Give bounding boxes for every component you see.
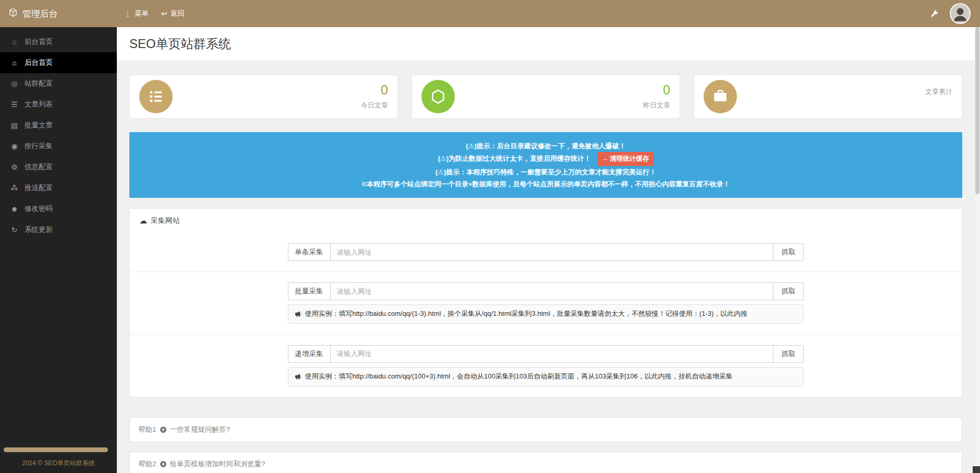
sidebar-item-label: 前台首页	[25, 37, 53, 46]
page-scrollbar[interactable]	[975, 27, 980, 473]
stat-value: 0	[663, 83, 670, 97]
clear-cache-label: 清理统计缓存	[610, 153, 649, 165]
sidebar-item-push-config[interactable]: ⁂ 推送配置	[0, 178, 117, 198]
sidebar-item-label: 文章列表	[25, 100, 53, 109]
sidebar-nav: ⌂ 前台首页 ⌂ 后台首页 ◎ 站群配置 ☰ 文章列表 ▤ 批量文章 ◉ 按行采…	[0, 27, 117, 240]
help-panel-1[interactable]: 帮助1 一些常规疑问解答?	[129, 417, 962, 442]
cube-icon	[8, 8, 18, 20]
megaphone-icon	[295, 311, 301, 317]
sidebar-scrollbar-thumb[interactable]	[4, 447, 108, 452]
sidebar-item-label: 站群配置	[25, 79, 53, 88]
wrench-icon[interactable]	[930, 10, 938, 18]
briefcase-icon	[704, 80, 737, 113]
topbar-nav: ⋮ 菜单 ↩ 返回	[124, 9, 185, 18]
home-icon: ⌂	[10, 38, 19, 46]
notice-line-4: ©本程序可多个站点绑定同一个目录+数据库使用，且每个站点所展示的单页内容都不一样…	[140, 178, 952, 190]
topbar: 管理后台 ⋮ 菜单 ↩ 返回	[0, 0, 980, 27]
increment-collect-grab-button[interactable]: 抓取	[773, 345, 804, 363]
circle-arrow-icon	[160, 460, 167, 468]
notice-line-3: (⚠)提示：本程序技巧特殊，一般需要至少上万的文章才能支撑完美运行！	[140, 166, 952, 178]
brand-title: 管理后台	[22, 8, 58, 20]
sidebar-item-article-list[interactable]: ☰ 文章列表	[0, 94, 117, 115]
stat-value: 0	[381, 83, 388, 97]
batch-collect-grab-button[interactable]: 抓取	[773, 282, 804, 300]
increment-collect-note-text: 使用实例：填写http://baidu.com/qq/(100+3).html，…	[305, 372, 733, 382]
help-2-prefix: 帮助2	[138, 459, 156, 469]
notice-line-2-text: (⚠)为防止数据过大统计太卡，直接启用缓存统计！	[438, 155, 591, 162]
sidebar-item-label: 信息配置	[25, 162, 53, 172]
stat-label: 文章累计	[925, 87, 952, 97]
topbar-right	[930, 3, 980, 24]
list-icon: ☰	[10, 100, 19, 109]
sidebar-item-line-collect[interactable]: ◉ 按行采集	[0, 136, 117, 157]
stat-label: 今日文章	[361, 101, 388, 110]
single-collect-group: 单条采集 抓取	[288, 243, 804, 261]
increment-collect-input[interactable]	[330, 345, 774, 363]
sidebar-item-label: 后台首页	[25, 58, 53, 67]
stat-cards: 0 今日文章 0 昨日文章 文章累计	[129, 75, 962, 119]
sidebar-item-backend-home[interactable]: ⌂ 后台首页	[0, 52, 117, 73]
batch-collect-group: 批量采集 抓取	[288, 282, 804, 300]
page-title: SEO单页站群系统	[129, 36, 231, 52]
gear-icon: ⚙	[10, 163, 19, 171]
content: 0 今日文章 0 昨日文章 文章累计	[117, 75, 975, 473]
sidebar-item-info-config[interactable]: ⚙ 信息配置	[0, 157, 117, 178]
stat-card-yesterday: 0 昨日文章	[412, 75, 680, 119]
circle-arrow-icon	[160, 426, 167, 433]
sidebar-item-system-update[interactable]: ↻ 系统更新	[0, 219, 117, 240]
page-scrollbar-corner	[973, 466, 980, 473]
batch-collect-note-text: 使用实例：填写http://baidu.com/qq/(1-3).html，挨个…	[305, 309, 748, 319]
single-collect-grab-button[interactable]: 抓取	[773, 243, 804, 261]
collect-panel-title: 采集网站	[151, 216, 180, 226]
batch-collect-note: 使用实例：填写http://baidu.com/qq/(1-3).html，挨个…	[288, 304, 804, 324]
increment-collect-group: 递增采集 抓取	[288, 345, 804, 363]
increment-collect-note: 使用实例：填写http://baidu.com/qq/(100+3).html，…	[288, 367, 804, 386]
back-arrow-icon: ↩	[161, 9, 167, 18]
help-2-text: 给单页模板增加时间和浏览量?	[170, 459, 265, 469]
single-collect-input[interactable]	[330, 243, 774, 261]
stat-values: 0 今日文章	[361, 75, 388, 118]
sidebar-item-frontend-home[interactable]: ⌂ 前台首页	[0, 31, 117, 52]
collect-panel-header: ☁ 采集网站	[130, 209, 962, 233]
help-panel-2[interactable]: 帮助2 给单页模板增加时间和浏览量?	[129, 452, 962, 473]
sidebar-item-change-password[interactable]: ☻ 修改密码	[0, 198, 117, 219]
menu-toggle-button[interactable]: ⋮ 菜单	[124, 9, 149, 18]
brand[interactable]: 管理后台	[0, 8, 117, 20]
sidebar-item-batch-articles[interactable]: ▤ 批量文章	[0, 115, 117, 136]
clear-cache-button[interactable]: → 清理统计缓存	[597, 152, 654, 166]
increment-collect-label: 递增采集	[288, 345, 330, 363]
crosshair-icon: ◉	[10, 142, 19, 150]
sidebar-item-site-config[interactable]: ◎ 站群配置	[0, 73, 117, 94]
sidebar-item-label: 按行采集	[25, 141, 53, 151]
hexagon-icon	[421, 80, 455, 113]
back-label: 返回	[171, 9, 185, 18]
list-ol-icon	[139, 80, 173, 113]
notice-banner: (⚠)提示：后台目录建议修改一下，避免被他人爆破！ (⚠)为防止数据过大统计太卡…	[129, 132, 962, 198]
avatar[interactable]	[950, 3, 971, 24]
ellipsis-icon: ⋮	[124, 9, 131, 18]
users-icon: ⁂	[10, 184, 19, 192]
book-icon: ▤	[10, 121, 19, 129]
megaphone-icon	[295, 373, 301, 380]
stat-card-total: 文章累计	[694, 75, 962, 119]
stat-label: 昨日文章	[643, 101, 670, 110]
stat-values: 文章累计	[925, 75, 952, 118]
batch-collect-label: 批量采集	[288, 282, 330, 300]
increment-collect-section: 递增采集 抓取 使用实例：填写http://baidu.com/qq/(100+…	[130, 334, 962, 397]
back-button[interactable]: ↩ 返回	[161, 9, 185, 18]
batch-collect-input[interactable]	[330, 282, 774, 300]
stat-values: 0 昨日文章	[643, 75, 670, 118]
single-collect-label: 单条采集	[288, 243, 330, 261]
stat-card-today: 0 今日文章	[129, 75, 398, 119]
cloud-icon: ☁	[139, 216, 147, 226]
page-scrollbar-thumb[interactable]	[975, 27, 979, 194]
notice-line-2: (⚠)为防止数据过大统计太卡，直接启用缓存统计！ → 清理统计缓存	[140, 152, 952, 166]
sidebar: ⌂ 前台首页 ⌂ 后台首页 ◎ 站群配置 ☰ 文章列表 ▤ 批量文章 ◉ 按行采…	[0, 27, 117, 473]
main-area: SEO单页站群系统 0 今日文章 0 昨日文章	[117, 0, 975, 473]
user-icon: ☻	[10, 205, 19, 213]
globe-icon: ◎	[10, 79, 19, 88]
batch-collect-section: 批量采集 抓取 使用实例：填写http://baidu.com/qq/(1-3)…	[130, 271, 962, 334]
notice-line-1: (⚠)提示：后台目录建议修改一下，避免被他人爆破！	[140, 140, 952, 152]
arrow-right-icon: →	[602, 153, 609, 165]
sidebar-item-label: 推送配置	[25, 183, 53, 193]
